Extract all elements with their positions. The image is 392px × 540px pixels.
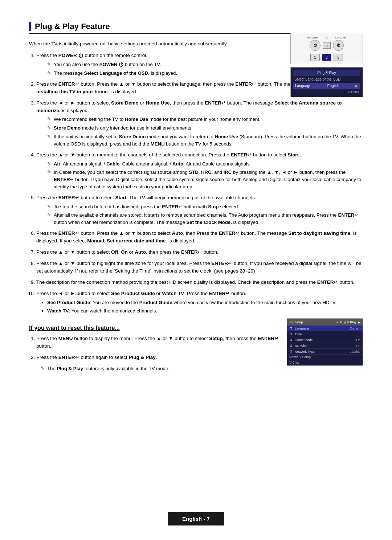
step-5-subs: To stop the search before it has finishe… xyxy=(36,203,363,226)
tv-label: TV xyxy=(325,36,328,39)
page-footer: English - 7 xyxy=(0,512,392,525)
setup-row-vchip: V-Chip xyxy=(287,360,363,365)
section-header: Plug & Play Feature xyxy=(29,22,363,34)
step-5-sub-1: To stop the search before it has finishe… xyxy=(47,203,363,210)
language-icon: ⚙ xyxy=(289,326,293,330)
bdwise-row-label: BD Wise xyxy=(295,344,352,348)
vchip-row-label: V-Chip xyxy=(289,361,360,364)
num-3-button: 3 xyxy=(334,54,343,61)
step-8: Press the ▲ or ▼ button to highlight the… xyxy=(36,260,363,275)
reset-step-3: The Plug & Play feature is only availabl… xyxy=(30,365,279,372)
step-1-sub-1: You can also use the POWER ⏻ button on t… xyxy=(47,61,363,68)
footer-label: English - 7 xyxy=(168,512,224,525)
step-4-sub-1: Air: Air antenna signal. / Cable: Cable … xyxy=(47,160,363,168)
networktype-row-value: : Cable xyxy=(350,350,360,353)
step-3-subs: We recommend setting the TV to Home Use … xyxy=(36,116,363,147)
gamemode-row-label: Game Mode xyxy=(295,338,352,342)
networksetup-row-label: Network Setup xyxy=(289,355,360,359)
remote-button-row: ⏻ □ ⏻ xyxy=(310,40,344,51)
step-5: Press the ENTER↵ button to select Start.… xyxy=(36,194,363,226)
title-bar-accent xyxy=(29,22,31,31)
step-3: Press the ◄ or ► button to select Store … xyxy=(36,99,363,148)
step-3-sub-2: Store Demo mode is only intended for use… xyxy=(47,124,363,132)
setup-row-networksetup: Network Setup xyxy=(287,355,363,360)
num-2-button: 2 xyxy=(322,54,331,61)
osd-language-row: Language English ▶ xyxy=(293,83,360,89)
osd-enter-hint: ↵ Enter xyxy=(293,90,360,95)
page-title: Plug & Play Feature xyxy=(35,22,110,31)
step-10-bullets: See Product Guide: You are moved to the … xyxy=(36,299,363,315)
time-icon: ⚙ xyxy=(289,332,293,336)
power-label: POWER xyxy=(307,36,318,39)
networktype-row-label: Network Type xyxy=(295,350,348,353)
tv-button: □ xyxy=(323,42,331,49)
setup-row-language: ⚙ Language : English xyxy=(287,326,363,331)
reset-content: If you want to reset this feature... Pre… xyxy=(29,318,279,376)
step-4-subs: Air: Air antenna signal. / Cable: Cable … xyxy=(36,160,363,191)
reset-step-1: Press the MENU button to display the men… xyxy=(36,335,279,350)
setup-icon: ⚙ xyxy=(289,320,293,324)
step-3-sub-1: We recommend setting the TV to Home Use … xyxy=(47,116,363,123)
setup-row-bdwise: ⚙ BD Wise : On xyxy=(287,343,363,349)
step-10-bullet-1: See Product Guide: You are moved to the … xyxy=(47,299,363,306)
onoff-label: ON/OFF xyxy=(335,36,346,39)
gamemode-row-value: : Off xyxy=(354,338,360,342)
step-1-sub-2: The message Select Language of the OSD. … xyxy=(47,70,363,77)
setup-row-networktype: ⚙ Network Type : Cable xyxy=(287,349,363,355)
step-10: Press the ◄ or ► button to select See Pr… xyxy=(36,290,363,315)
step-7: Press the ▲ or ▼ button to select Off, O… xyxy=(36,249,363,256)
osd-language-value: English xyxy=(327,84,339,88)
osd-language-label: Language xyxy=(295,84,311,88)
setup-diagram: ⚙ Setup ✦ Plug & Play ▶ ⚙ Language : Eng… xyxy=(287,318,363,376)
step-5-sub-2: After all the available channels are sto… xyxy=(47,212,363,226)
step-10-bullet-2: Watch TV: You can watch the memorized ch… xyxy=(47,307,363,315)
num-1-button: 1 xyxy=(310,54,320,61)
language-row-value: : English xyxy=(348,327,360,330)
power-button: ⏻ xyxy=(310,40,320,51)
page: Plug & Play Feature POWER TV ON/OFF ⏻ □ … xyxy=(0,0,392,540)
step-3-sub-3: If the unit is accidentally set to Store… xyxy=(47,133,363,148)
bdwise-row-value: : On xyxy=(354,344,360,348)
setup-bar-label: Setup xyxy=(294,320,303,324)
reset-steps: Press the MENU button to display the men… xyxy=(29,335,279,372)
time-row-label: Time xyxy=(295,332,358,336)
reset-section: If you want to reset this feature... Pre… xyxy=(29,318,363,376)
step-4: Press the ▲ or ▼ button to memorize the … xyxy=(36,151,363,191)
onoff-button: ⏻ xyxy=(333,40,344,51)
step-6: Press the ENTER↵ button. Press the ▲ or … xyxy=(36,230,363,245)
step-9: The description for the connection metho… xyxy=(36,279,363,286)
osd-arrow-icon: ▶ xyxy=(355,84,358,88)
bdwise-icon: ⚙ xyxy=(289,344,293,348)
networktype-icon: ⚙ xyxy=(289,349,293,353)
reset-step-2: Press the ENTER↵ button again to select … xyxy=(36,354,279,361)
plug-play-label: ✦ Plug & Play xyxy=(336,320,356,324)
osd-subtitle: Select Language of the OSD. xyxy=(293,77,360,81)
language-row-label: Language xyxy=(295,327,346,330)
setup-top-bar: ⚙ Setup ✦ Plug & Play ▶ xyxy=(287,319,363,326)
setup-row-time: ⚙ Time xyxy=(287,331,363,337)
gamemode-icon: ⚙ xyxy=(289,338,293,342)
reset-title: If you want to reset this feature... xyxy=(29,325,279,331)
remote-diagram: POWER TV ON/OFF ⏻ □ ⏻ 1 2 3 xyxy=(290,33,363,64)
step-4-sub-2: In Cable mode, you can select the correc… xyxy=(47,169,363,190)
setup-row-gamemode: ⚙ Game Mode : Off xyxy=(287,337,363,343)
number-buttons: 1 2 3 xyxy=(310,54,343,61)
remote-label-row: POWER TV ON/OFF xyxy=(307,36,346,39)
reset-note: The Plug & Play feature is only availabl… xyxy=(41,365,279,372)
setup-arrow-icon: ▶ xyxy=(358,320,360,324)
setup-screen: ⚙ Setup ✦ Plug & Play ▶ ⚙ Language : Eng… xyxy=(287,318,363,366)
